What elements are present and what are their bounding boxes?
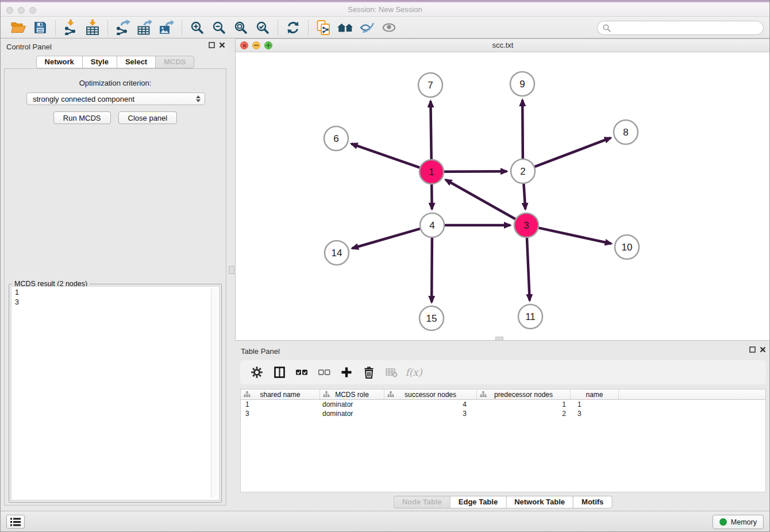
hide-selected-button[interactable] [356, 18, 378, 37]
result-scrollbar[interactable] [211, 288, 217, 498]
close-panel-icon[interactable] [219, 42, 225, 48]
export-network-button[interactable] [112, 18, 134, 37]
memory-button[interactable]: Memory [713, 515, 764, 529]
graph-edge-3-10[interactable] [538, 228, 611, 244]
zoom-out-button[interactable] [208, 18, 230, 37]
list-icon [10, 518, 21, 526]
svg-text:7: 7 [428, 80, 433, 91]
table-settings-button[interactable] [251, 366, 263, 379]
create-column-button[interactable] [340, 366, 353, 379]
float-panel-icon[interactable] [749, 346, 756, 353]
tab-network[interactable]: Network [36, 56, 82, 68]
delete-column-button[interactable] [363, 366, 375, 379]
column-header-shared-name[interactable]: shared name [241, 390, 320, 399]
column-header-name[interactable]: name [571, 390, 619, 399]
clone-network-button[interactable] [313, 18, 334, 37]
import-table-icon [86, 20, 99, 35]
graph-edge-1-6[interactable] [351, 144, 419, 168]
show-panels-button[interactable] [6, 515, 25, 529]
open-session-button[interactable] [7, 18, 29, 37]
graph-node-9[interactable]: 9 [510, 72, 534, 96]
export-image-button[interactable] [156, 18, 178, 37]
graph-node-8[interactable]: 8 [614, 120, 638, 144]
table-row[interactable]: 3 dominator 3 2 3 [241, 409, 765, 418]
graph-edge-2-8[interactable] [535, 138, 611, 167]
show-all-button[interactable] [378, 18, 400, 37]
network-graph[interactable]: 7968124314101511 [236, 52, 770, 341]
checked-boxes-icon [296, 367, 308, 377]
tab-style[interactable]: Style [82, 56, 117, 68]
graph-edge-4-14[interactable] [352, 229, 420, 248]
run-mcds-button[interactable]: Run MCDS [53, 111, 111, 124]
delete-table-button[interactable] [385, 366, 398, 379]
apply-function-button[interactable]: f(x) [407, 366, 420, 379]
hierarchy-icon [387, 391, 394, 398]
horizontal-splitter-handle[interactable] [495, 337, 503, 341]
panel-splitter-handle[interactable] [229, 266, 234, 274]
zoom-selected-button[interactable] [252, 18, 274, 37]
window-title: Session: New Session [1, 2, 769, 17]
svg-text:3: 3 [523, 220, 529, 231]
column-header-successor-nodes[interactable]: successor nodes [384, 390, 477, 399]
mcds-result-list[interactable]: 1 3 [11, 286, 220, 500]
graph-edge-3-1[interactable] [445, 180, 515, 219]
svg-text:10: 10 [622, 242, 633, 253]
graph-edge-3-11[interactable] [527, 238, 530, 300]
criterion-select[interactable]: strongly connected component [26, 92, 205, 105]
graph-node-1[interactable]: 1 [419, 160, 444, 184]
graph-node-4[interactable]: 4 [420, 213, 444, 237]
eye-slash-icon [360, 22, 375, 33]
tab-network-table[interactable]: Network Table [506, 496, 573, 508]
memory-label: Memory [731, 518, 757, 526]
export-table-button[interactable] [134, 18, 156, 37]
tab-select[interactable]: Select [117, 56, 155, 68]
graph-edge-2-3[interactable] [523, 184, 525, 209]
graph-node-14[interactable]: 14 [325, 241, 349, 265]
table-row[interactable]: 1 dominator 4 1 1 [241, 400, 765, 409]
houses-icon [337, 21, 354, 34]
tab-node-table[interactable]: Node Table [394, 496, 450, 508]
graph-node-10[interactable]: 10 [615, 235, 639, 259]
tab-edge-table[interactable]: Edge Table [450, 496, 506, 508]
eye-icon [382, 22, 396, 33]
main-toolbar [1, 17, 769, 38]
network-window-titlebar: scc.txt [236, 39, 770, 52]
graph-node-6[interactable]: 6 [324, 126, 348, 151]
save-session-button[interactable] [29, 18, 51, 37]
close-panel-icon[interactable] [760, 346, 766, 353]
column-header-mcds-role[interactable]: MCDS role [320, 390, 384, 399]
first-neighbors-button[interactable] [334, 18, 356, 37]
optimization-criterion-label: Optimization criterion: [5, 79, 226, 87]
app-window: Session: New Session [0, 0, 770, 532]
graph-edge-1-2[interactable] [444, 171, 507, 172]
gear-icon [251, 366, 263, 379]
graph-node-2[interactable]: 2 [511, 159, 535, 183]
memory-status-icon [719, 518, 727, 526]
search-box[interactable] [597, 21, 764, 35]
refresh-button[interactable] [282, 18, 304, 37]
deselect-all-rows-button[interactable] [318, 366, 330, 379]
show-columns-button[interactable] [273, 366, 286, 379]
close-panel-button[interactable]: Close panel [118, 111, 178, 124]
column-header-predecessor-nodes[interactable]: predecessor nodes [477, 390, 571, 399]
tab-mcds[interactable]: MCDS [155, 56, 194, 68]
graph-node-3[interactable]: 3 [514, 213, 538, 237]
graph-edge-1-7[interactable] [430, 101, 431, 159]
graph-edge-2-9[interactable] [522, 100, 523, 159]
graph-edge-4-15[interactable] [432, 238, 432, 302]
select-all-rows-button[interactable] [295, 366, 308, 379]
graph-node-11[interactable]: 11 [518, 304, 542, 329]
graph-node-7[interactable]: 7 [418, 73, 442, 97]
import-table-button[interactable] [82, 18, 103, 37]
result-line: 3 [15, 298, 215, 307]
zoom-fit-button[interactable] [230, 18, 252, 37]
tab-motifs[interactable]: Motifs [573, 496, 612, 508]
control-panel-title: Control Panel [6, 43, 52, 51]
clone-network-icon [317, 20, 330, 35]
zoom-in-button[interactable] [186, 18, 208, 37]
graph-node-15[interactable]: 15 [419, 306, 444, 330]
float-panel-icon[interactable] [209, 42, 215, 48]
status-bar: Memory [1, 511, 769, 531]
search-input[interactable] [614, 24, 758, 32]
import-network-button[interactable] [60, 18, 82, 37]
